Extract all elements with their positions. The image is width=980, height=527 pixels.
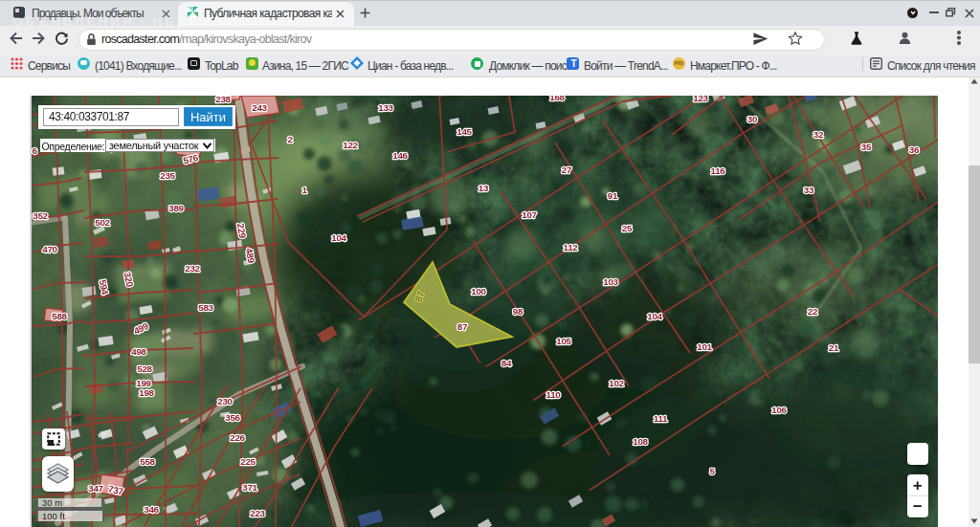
svg-text:230: 230	[217, 396, 233, 406]
svg-text:21: 21	[829, 342, 839, 353]
svg-text:111: 111	[654, 413, 668, 424]
svg-text:235: 235	[160, 170, 175, 181]
svg-text:583: 583	[198, 302, 213, 313]
svg-text:352: 352	[33, 210, 48, 221]
svg-text:107: 107	[522, 209, 537, 220]
svg-text:347: 347	[88, 483, 103, 494]
svg-text:110: 110	[546, 389, 562, 400]
svg-text:33: 33	[804, 185, 814, 195]
svg-text:102: 102	[609, 378, 624, 388]
svg-text:108: 108	[633, 436, 648, 447]
svg-text:13: 13	[479, 183, 489, 193]
svg-text:223: 223	[250, 508, 265, 518]
svg-text:498: 498	[131, 346, 146, 357]
svg-text:356: 356	[225, 412, 240, 423]
svg-text:103: 103	[603, 276, 618, 287]
svg-text:558: 558	[140, 456, 155, 467]
svg-text:91: 91	[608, 190, 618, 201]
svg-text:104: 104	[647, 311, 662, 321]
svg-text:1: 1	[301, 185, 307, 195]
svg-text:36: 36	[909, 144, 920, 155]
svg-text:27: 27	[562, 165, 572, 175]
svg-text:98: 98	[513, 306, 523, 317]
svg-text:371: 371	[242, 482, 257, 493]
svg-text:101: 101	[697, 341, 712, 352]
svg-text:346: 346	[144, 504, 159, 515]
svg-text:2: 2	[287, 134, 293, 144]
svg-text:226: 226	[230, 432, 245, 443]
svg-text:84: 84	[501, 358, 512, 368]
svg-text:100: 100	[471, 286, 486, 296]
svg-text:232: 232	[185, 263, 200, 274]
svg-text:198: 198	[139, 387, 154, 398]
svg-text:87: 87	[457, 321, 468, 332]
svg-text:225: 225	[240, 456, 256, 467]
svg-text:106: 106	[771, 405, 787, 415]
svg-text:122: 122	[343, 140, 358, 150]
svg-text:243: 243	[252, 102, 267, 113]
svg-text:25: 25	[622, 223, 633, 233]
svg-text:116: 116	[711, 165, 726, 176]
svg-text:133: 133	[378, 102, 393, 113]
svg-text:502: 502	[95, 217, 110, 228]
svg-text:5: 5	[709, 466, 715, 476]
svg-text:470: 470	[42, 244, 57, 254]
svg-text:145: 145	[457, 126, 472, 137]
svg-text:146: 146	[392, 150, 408, 161]
svg-text:588: 588	[52, 311, 67, 321]
svg-text:168: 168	[549, 96, 565, 102]
svg-text:104: 104	[331, 232, 346, 243]
svg-text:105: 105	[556, 336, 571, 346]
svg-text:22: 22	[808, 306, 818, 317]
svg-text:389: 389	[168, 203, 184, 213]
svg-text:112: 112	[564, 242, 579, 253]
svg-text:35: 35	[861, 142, 872, 152]
svg-text:32: 32	[813, 129, 824, 140]
svg-text:30: 30	[747, 114, 758, 124]
svg-text:238: 238	[215, 96, 231, 104]
svg-text:123: 123	[693, 96, 708, 103]
svg-text:6: 6	[32, 145, 37, 156]
svg-text:528: 528	[137, 363, 152, 374]
